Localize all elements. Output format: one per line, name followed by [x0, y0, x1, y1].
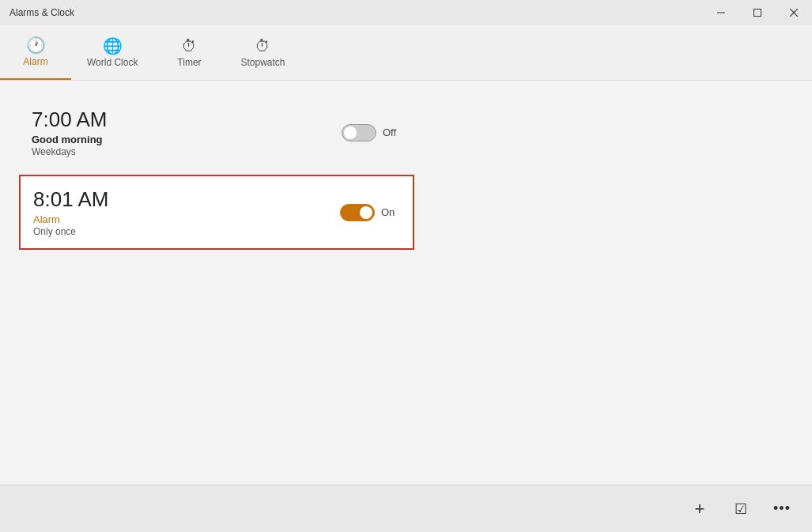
app-title: Alarms & Clock — [9, 7, 74, 18]
tab-world-clock[interactable]: 🌐 World Clock — [71, 25, 153, 80]
alarm-name-2: Alarm — [33, 213, 108, 225]
more-options-button[interactable]: ••• — [765, 492, 799, 526]
alarm-days-2: Only once — [33, 226, 108, 237]
svg-rect-0 — [717, 13, 725, 13]
close-button[interactable] — [776, 0, 812, 25]
toggle-wrapper-2: On — [340, 204, 400, 221]
toggle-wrapper-1: Off — [342, 124, 402, 141]
toggle-1[interactable] — [342, 124, 376, 141]
toggle-2[interactable] — [340, 204, 375, 221]
alarm-tab-icon: 🕐 — [26, 37, 46, 53]
alarm-time-1: 7:00 AM — [32, 108, 107, 132]
alarm-info-1: 7:00 AM Good morning Weekdays — [32, 108, 107, 157]
timer-tab-label: Timer — [177, 57, 201, 68]
stopwatch-tab-icon: ⏱ — [255, 38, 270, 54]
tab-alarm[interactable]: 🕐 Alarm — [0, 25, 71, 80]
alarm-time-2: 8:01 AM — [33, 187, 108, 212]
alarm-info-2: 8:01 AM Alarm Only once — [33, 187, 108, 237]
restore-button[interactable] — [739, 0, 776, 25]
manage-alarms-button[interactable]: ☑ — [723, 492, 758, 526]
add-icon: + — [695, 499, 705, 519]
alarm-days-1: Weekdays — [32, 146, 107, 157]
window-controls — [703, 0, 812, 25]
nav-tabs: 🕐 Alarm 🌐 World Clock ⏱ Timer ⏱ Stopwatc… — [0, 25, 812, 81]
title-bar: Alarms & Clock — [0, 0, 812, 25]
world-clock-tab-icon: 🌐 — [103, 38, 123, 54]
list-icon: ☑ — [735, 500, 747, 518]
toggle-label-2: On — [381, 206, 400, 218]
world-clock-tab-label: World Clock — [87, 57, 138, 68]
alarm-card-2[interactable]: 8:01 AM Alarm Only once On — [19, 175, 414, 250]
tab-timer[interactable]: ⏱ Timer — [153, 25, 225, 80]
alarm-card-1[interactable]: 7:00 AM Good morning Weekdays Off — [19, 96, 414, 168]
svg-rect-1 — [754, 9, 761, 17]
toggle-label-1: Off — [383, 126, 402, 138]
stopwatch-tab-label: Stopwatch — [240, 57, 285, 68]
add-alarm-button[interactable]: + — [682, 492, 717, 526]
more-icon: ••• — [773, 500, 791, 517]
main-content: 7:00 AM Good morning Weekdays Off 8:01 A… — [0, 81, 812, 485]
alarm-name-1: Good morning — [32, 134, 107, 145]
tab-stopwatch[interactable]: ⏱ Stopwatch — [225, 25, 300, 80]
minimize-button[interactable] — [703, 0, 739, 25]
timer-tab-icon: ⏱ — [181, 38, 197, 54]
toggle-knob-2 — [360, 206, 372, 219]
alarm-tab-label: Alarm — [23, 56, 47, 67]
bottom-bar: + ☑ ••• — [0, 485, 812, 532]
toggle-knob-1 — [344, 126, 357, 139]
